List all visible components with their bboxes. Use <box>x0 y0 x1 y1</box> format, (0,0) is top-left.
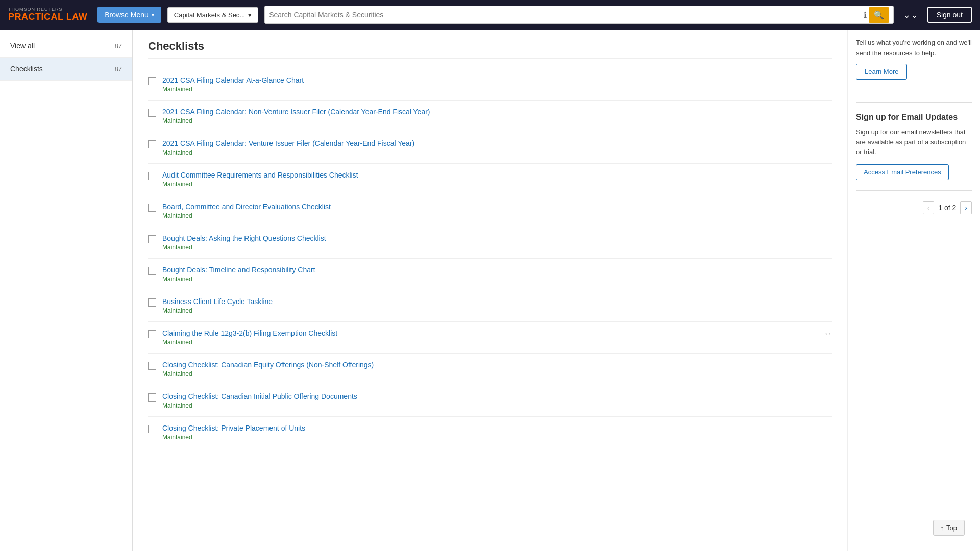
sidebar-item-count: 87 <box>115 65 122 73</box>
sidebar-item-checklists[interactable]: Checklists 87 <box>0 58 132 81</box>
sidebar-item-count: 87 <box>115 42 122 50</box>
checklist-title-7[interactable]: Business Client Life Cycle Taskline <box>162 297 273 306</box>
next-page-button[interactable]: › <box>960 201 972 214</box>
checklist-info-9: Closing Checklist: Canadian Equity Offer… <box>162 361 832 378</box>
checklist-checkbox-6[interactable] <box>148 267 156 275</box>
checklist-status-5: Maintained <box>162 244 832 251</box>
email-updates-title: Sign up for Email Updates <box>856 113 972 122</box>
checklist-title-2[interactable]: 2021 CSA Filing Calendar: Venture Issuer… <box>162 139 414 147</box>
checklist-info-0: 2021 CSA Filing Calendar At-a-Glance Cha… <box>162 76 832 93</box>
checklist-title-11[interactable]: Closing Checklist: Private Placement of … <box>162 424 305 432</box>
checklist-checkbox-9[interactable] <box>148 362 156 370</box>
header: THOMSON REUTERS PRACTICAL LAW Browse Men… <box>0 0 980 30</box>
checklist-status-7: Maintained <box>162 307 832 314</box>
checklist-checkbox-5[interactable] <box>148 235 156 243</box>
checklist-info-8: Claiming the Rule 12g3-2(b) Filing Exemp… <box>162 329 818 346</box>
list-item: Closing Checklist: Canadian Equity Offer… <box>148 354 832 385</box>
info-icon[interactable]: ℹ <box>864 10 867 20</box>
checklist-title-3[interactable]: Audit Committee Requirements and Respons… <box>162 171 358 179</box>
checklist-status-8: Maintained <box>162 339 818 346</box>
top-label: Top <box>946 524 957 532</box>
page-indicator: 1 of 2 <box>938 204 956 212</box>
checklist-list: 2021 CSA Filing Calendar At-a-Glance Cha… <box>148 69 832 448</box>
checklist-status-2: Maintained <box>162 149 832 156</box>
search-input[interactable] <box>269 11 863 19</box>
checklist-status-3: Maintained <box>162 181 832 188</box>
practice-area-dropdown[interactable]: Capital Markets & Sec... ▾ <box>167 7 258 23</box>
email-updates-text: Sign up for our email newsletters that a… <box>856 127 972 157</box>
checklist-checkbox-1[interactable] <box>148 109 156 117</box>
list-item: 2021 CSA Filing Calendar At-a-Glance Cha… <box>148 69 832 101</box>
checklist-info-5: Bought Deals: Asking the Right Questions… <box>162 234 832 251</box>
collapse-icon[interactable]: ⌄⌄ <box>900 6 921 23</box>
logo-main: PRACTICAL LAW <box>8 12 87 22</box>
checklist-status-0: Maintained <box>162 86 832 93</box>
sign-out-button[interactable]: Sign out <box>927 7 972 23</box>
chevron-down-icon: ▾ <box>152 12 154 18</box>
checklist-title-8[interactable]: Claiming the Rule 12g3-2(b) Filing Exemp… <box>162 329 337 337</box>
checklist-title-1[interactable]: 2021 CSA Filing Calendar: Non-Venture Is… <box>162 108 430 116</box>
checklist-checkbox-0[interactable] <box>148 77 156 85</box>
checklist-info-10: Closing Checklist: Canadian Initial Publ… <box>162 392 832 409</box>
checklist-title-4[interactable]: Board, Committee and Director Evaluation… <box>162 203 331 211</box>
checklist-checkbox-10[interactable] <box>148 393 156 402</box>
list-item: Bought Deals: Timeline and Responsibilit… <box>148 259 832 290</box>
checklist-status-9: Maintained <box>162 370 832 378</box>
checklist-title-0[interactable]: 2021 CSA Filing Calendar At-a-Glance Cha… <box>162 76 304 84</box>
practice-area-label: Capital Markets & Sec... <box>174 11 245 19</box>
arrow-up-icon: ↑ <box>941 524 944 532</box>
item-icon-8: ↔ <box>824 329 832 338</box>
browse-menu-label: Browse Menu <box>105 11 149 19</box>
checklist-checkbox-11[interactable] <box>148 425 156 433</box>
checklist-status-10: Maintained <box>162 402 832 409</box>
checklist-info-2: 2021 CSA Filing Calendar: Venture Issuer… <box>162 139 832 156</box>
checklist-title-10[interactable]: Closing Checklist: Canadian Initial Publ… <box>162 392 357 400</box>
list-item: 2021 CSA Filing Calendar: Venture Issuer… <box>148 132 832 164</box>
checklist-info-4: Board, Committee and Director Evaluation… <box>162 203 832 219</box>
sidebar-item-label: View all <box>10 42 35 50</box>
checklist-checkbox-7[interactable] <box>148 298 156 307</box>
sidebar: View all 87 Checklists 87 <box>0 30 133 551</box>
checklist-checkbox-3[interactable] <box>148 172 156 180</box>
logo: THOMSON REUTERS PRACTICAL LAW <box>8 7 87 22</box>
search-button[interactable]: 🔍 <box>869 7 889 23</box>
list-item: Claiming the Rule 12g3-2(b) Filing Exemp… <box>148 322 832 354</box>
checklist-checkbox-8[interactable] <box>148 330 156 338</box>
learn-more-button[interactable]: Learn More <box>856 64 907 80</box>
browse-menu-button[interactable]: Browse Menu ▾ <box>97 7 161 23</box>
checklist-status-1: Maintained <box>162 117 832 124</box>
checklist-info-1: 2021 CSA Filing Calendar: Non-Venture Is… <box>162 108 832 124</box>
checklist-status-4: Maintained <box>162 212 832 219</box>
access-email-button[interactable]: Access Email Preferences <box>856 164 949 180</box>
list-item: 2021 CSA Filing Calendar: Non-Venture Is… <box>148 101 832 132</box>
checklist-info-6: Bought Deals: Timeline and Responsibilit… <box>162 266 832 283</box>
checklist-status-11: Maintained <box>162 434 832 441</box>
checklist-checkbox-4[interactable] <box>148 204 156 212</box>
prev-page-button[interactable]: ‹ <box>923 201 935 214</box>
checklist-title-5[interactable]: Bought Deals: Asking the Right Questions… <box>162 234 326 242</box>
checklist-info-7: Business Client Life Cycle Taskline Main… <box>162 297 832 314</box>
chevron-down-icon: ▾ <box>248 11 252 19</box>
divider <box>856 102 972 103</box>
pagination: ‹ 1 of 2 › <box>856 201 972 214</box>
top-button[interactable]: ↑ Top <box>933 520 965 536</box>
main-layout: View all 87 Checklists 87 Checklists 202… <box>0 30 980 551</box>
sidebar-item-label: Checklists <box>10 65 43 73</box>
checklist-info-11: Closing Checklist: Private Placement of … <box>162 424 832 441</box>
list-item: Board, Committee and Director Evaluation… <box>148 195 832 227</box>
sidebar-item-view-all[interactable]: View all 87 <box>0 35 132 58</box>
promo-text: Tell us what you're working on and we'll… <box>856 38 972 58</box>
checklist-info-3: Audit Committee Requirements and Respons… <box>162 171 832 188</box>
checklist-title-6[interactable]: Bought Deals: Timeline and Responsibilit… <box>162 266 315 274</box>
list-item: Audit Committee Requirements and Respons… <box>148 164 832 195</box>
checklist-status-6: Maintained <box>162 276 832 283</box>
list-item: Closing Checklist: Canadian Initial Publ… <box>148 385 832 417</box>
divider-2 <box>856 190 972 191</box>
checklist-title-9[interactable]: Closing Checklist: Canadian Equity Offer… <box>162 361 374 369</box>
checklist-checkbox-2[interactable] <box>148 140 156 148</box>
content-area: Checklists 2021 CSA Filing Calendar At-a… <box>133 30 847 551</box>
list-item: Closing Checklist: Private Placement of … <box>148 417 832 448</box>
list-item: Bought Deals: Asking the Right Questions… <box>148 227 832 259</box>
page-title: Checklists <box>148 40 832 59</box>
search-container: ℹ 🔍 <box>264 6 893 24</box>
